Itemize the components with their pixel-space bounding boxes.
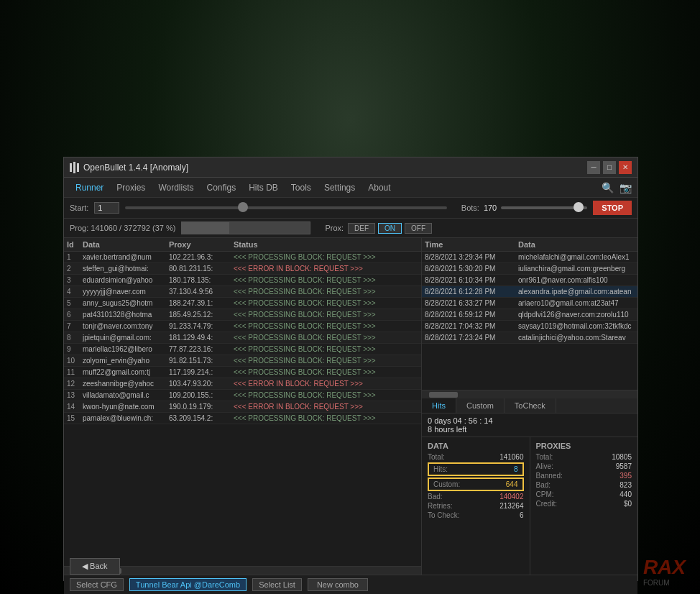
watermark: RAX FORUM [643, 556, 686, 587]
proxy-stats: PROXIES Total: 10805 Alive: 9587 Banned:… [530, 437, 638, 575]
list-item[interactable]: 8/28/2021 6:59:12 PM qldpdlvi126@naver.c… [422, 309, 637, 321]
th-time: Time [425, 240, 518, 249]
def-toggle[interactable]: DEF [348, 223, 375, 234]
tab-custom[interactable]: Custom [456, 398, 505, 413]
menu-item-tools[interactable]: Tools [285, 181, 317, 195]
table-row[interactable]: 11 muff22@gmail.com:tj 117.199.214.: <<<… [64, 367, 421, 378]
config-name-button[interactable]: Tunnel Bear Api @DareComb [129, 578, 247, 591]
timer-section: 0 days 04 : 56 : 14 8 hours left [422, 413, 637, 437]
controls-bar: Start: Bots: 170 STOP [64, 198, 637, 219]
list-item[interactable]: 8/28/2021 6:33:27 PM ariaero10@gmail.com… [422, 298, 637, 309]
table-row[interactable]: 3 eduardsimion@yahoo 180.178.135: <<< PR… [64, 275, 421, 286]
table-row[interactable]: 8 jpietquin@gmail.com: 181.129.49.4: <<<… [64, 332, 421, 344]
title-bar: OpenBullet 1.4.4 [Anomaly] ─ □ ✕ [64, 157, 637, 178]
right-table-body: 8/28/2021 3:29:34 PM michelafalchi@gmail… [422, 252, 637, 390]
select-cfg-button[interactable]: Select CFG [70, 578, 124, 591]
menu-icons: 🔍 📷 [602, 182, 632, 193]
back-button[interactable]: ◀ Back [70, 558, 120, 575]
list-item[interactable]: 8/28/2021 7:04:32 PM saysay1019@hotmail.… [422, 321, 637, 332]
tab-tocheck[interactable]: ToCheck [505, 398, 556, 413]
left-table-header: Id Data Proxy Status [64, 238, 421, 252]
table-row[interactable]: 15 pamalex@bluewin.ch: 63.209.154.2: <<<… [64, 413, 421, 424]
title-left: OpenBullet 1.4.4 [Anomaly] [70, 162, 188, 173]
new-combo-button[interactable]: New combo [308, 578, 368, 591]
bots-slider[interactable] [501, 206, 587, 209]
data-stats: DATA Total: 141060 Hits: 8 Custom: 644 [422, 437, 530, 575]
th-status: Status [234, 240, 418, 249]
table-row[interactable]: 2 steffen_gui@hotmai: 80.81.231.15: <<< … [64, 263, 421, 275]
app-icon [70, 162, 79, 173]
proxy-stat-credit: Credit: $0 [536, 500, 632, 508]
stop-button[interactable]: STOP [593, 201, 632, 215]
maximize-button[interactable]: □ [603, 161, 616, 174]
table-row[interactable]: 7 tonjr@naver.com:tony 91.233.74.79: <<<… [64, 321, 421, 332]
stat-custom: Custom: 644 [428, 478, 524, 491]
table-row[interactable]: 12 zeeshannibge@yahoc 103.47.93.20: <<< … [64, 378, 421, 390]
table-row[interactable]: 1 xavier.bertrand@num 102.221.96.3: <<< … [64, 252, 421, 263]
stat-retries: Retries: 213264 [428, 502, 524, 510]
start-input[interactable] [94, 202, 119, 214]
list-item[interactable]: 8/28/2021 6:12:28 PM alexandra.ipate@gma… [422, 286, 637, 298]
table-row[interactable]: 10 zolyomi_ervin@yaho 91.82.151.73: <<< … [64, 355, 421, 367]
table-row[interactable]: 14 kwon-hyun@nate.com 190.0.19.179: <<< … [64, 401, 421, 413]
search-icon[interactable]: 🔍 [602, 182, 614, 193]
menu-item-configs[interactable]: Configs [201, 181, 242, 195]
right-scrollbar-bottom[interactable] [422, 390, 637, 398]
proxy-label: Prox: [325, 224, 344, 232]
right-panel: Time Data 8/28/2021 3:29:34 PM michelafa… [422, 238, 637, 575]
stat-total: Total: 141060 [428, 453, 524, 461]
minimize-button[interactable]: ─ [587, 161, 600, 174]
stat-hits: Hits: 8 [428, 462, 524, 476]
list-item[interactable]: 8/28/2021 5:30:20 PM iulianchira@gmail.c… [422, 263, 637, 275]
app-window: OpenBullet 1.4.4 [Anomaly] ─ □ ✕ Runner … [63, 157, 638, 581]
select-list-button[interactable]: Select List [252, 578, 302, 591]
proxy-stat-alive: Alive: 9587 [536, 462, 632, 470]
table-row[interactable]: 4 yyyyyjjj@naver.com 37.130.4.9:56 <<< P… [64, 286, 421, 298]
watermark-rax: RAX [643, 556, 686, 579]
right-table-header: Time Data [422, 238, 637, 252]
th-data: Data [83, 240, 169, 249]
list-item[interactable]: 8/28/2021 7:23:24 PM catalinjichici@yaho… [422, 332, 637, 344]
camera-icon[interactable]: 📷 [620, 182, 632, 193]
tab-hits[interactable]: Hits [422, 398, 456, 413]
bottom-bar: Select CFG Tunnel Bear Api @DareComb Sel… [64, 575, 637, 594]
proxy-stat-total: Total: 10805 [536, 453, 632, 461]
title-controls: ─ □ ✕ [587, 161, 632, 174]
list-item[interactable]: 8/28/2021 6:10:34 PM onr961@naver.com:al… [422, 275, 637, 286]
table-row[interactable]: 13 villadamato@gmail.c 109.200.155.: <<<… [64, 390, 421, 401]
menu-item-hitsdb[interactable]: Hits DB [243, 181, 284, 195]
menu-item-runner[interactable]: Runner [70, 181, 109, 195]
progress-slider[interactable] [125, 206, 447, 209]
th-proxy: Proxy [169, 240, 234, 249]
th-rdata: Data [518, 240, 635, 249]
close-button[interactable]: ✕ [619, 161, 632, 174]
timer-line1: 0 days 04 : 56 : 14 [428, 416, 632, 425]
proxy-stat-banned: Banned: 395 [536, 472, 632, 480]
menu-item-proxies[interactable]: Proxies [111, 181, 151, 195]
bots-value: 170 [484, 204, 497, 212]
menu-bar: Runner Proxies Wordlists Configs Hits DB… [64, 178, 637, 198]
off-toggle[interactable]: OFF [405, 223, 432, 234]
progress-bar [181, 221, 310, 234]
menu-item-about[interactable]: About [362, 181, 396, 195]
stat-bad: Bad: 140402 [428, 493, 524, 501]
proxy-stat-cpm: CPM: 440 [536, 490, 632, 498]
proxy-stats-label: PROXIES [536, 442, 632, 450]
proxy-section: Prox: DEF ON OFF [325, 223, 432, 234]
list-item[interactable]: 8/28/2021 3:29:34 PM michelafalchi@gmail… [422, 252, 637, 263]
table-row[interactable]: 9 mariellac1962@libero 77.87.223.16: <<<… [64, 344, 421, 355]
window-title: OpenBullet 1.4.4 [Anomaly] [83, 163, 188, 173]
on-toggle[interactable]: ON [378, 223, 402, 234]
bots-label: Bots: [461, 204, 479, 212]
table-row[interactable]: 5 anny_sugus25@hotm 188.247.39.1: <<< PR… [64, 298, 421, 309]
menu-item-settings[interactable]: Settings [318, 181, 361, 195]
progress-label: Prog: 141060 / 372792 (37 %) [70, 224, 175, 232]
left-panel: Id Data Proxy Status 1 xavier.bertrand@n… [64, 238, 422, 575]
th-id: Id [67, 240, 83, 249]
watermark-forum: FORUM [643, 579, 686, 587]
proxy-stat-bad: Bad: 823 [536, 481, 632, 489]
hits-tabs: Hits Custom ToCheck [422, 398, 637, 413]
table-row[interactable]: 6 pat43101328@hotma 185.49.25.12: <<< PR… [64, 309, 421, 321]
timer-line2: 8 hours left [428, 425, 632, 434]
menu-item-wordlists[interactable]: Wordlists [152, 181, 199, 195]
